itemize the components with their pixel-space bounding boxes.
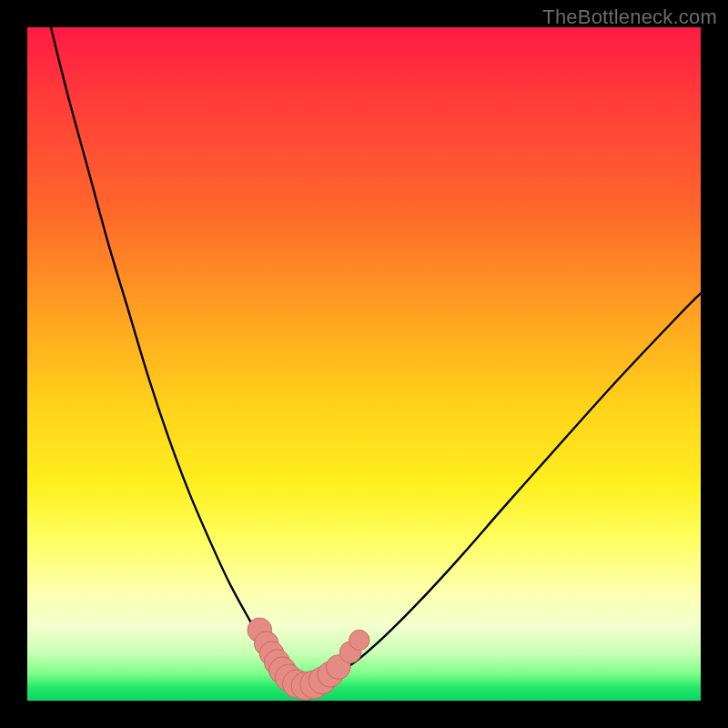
curve-right (324, 293, 701, 679)
plot-area (27, 27, 701, 701)
chart-svg (27, 27, 701, 701)
outer-frame: TheBottleneck.com (0, 0, 728, 728)
data-marker (349, 630, 369, 650)
data-markers (248, 618, 369, 700)
curve-left (51, 27, 287, 675)
watermark-text: TheBottleneck.com (542, 5, 717, 29)
